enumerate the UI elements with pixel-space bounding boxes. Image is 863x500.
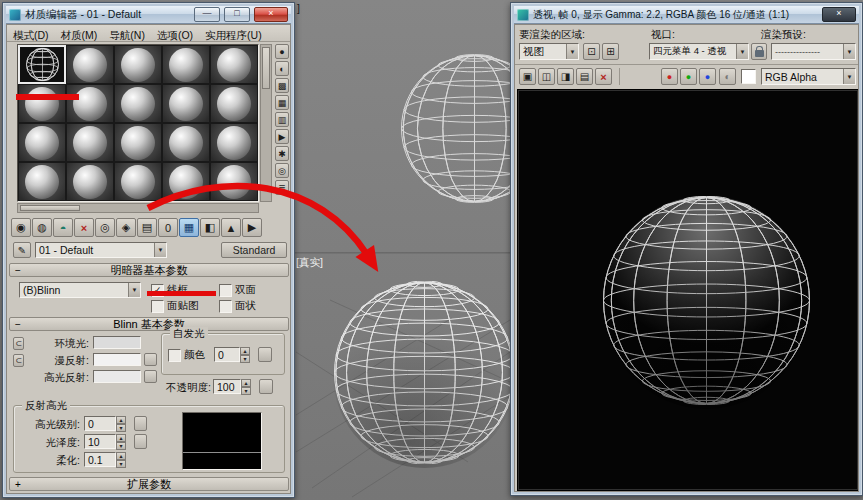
rendered-image-canvas[interactable] — [517, 89, 859, 491]
menu-options[interactable]: 选项(O) — [151, 28, 199, 44]
material-id-channel-button[interactable]: 0 — [158, 218, 178, 237]
select-by-material-button[interactable]: ◎ — [275, 163, 289, 178]
slots-vertical-scrollbar[interactable] — [260, 44, 272, 202]
diffuse-map-button[interactable] — [144, 353, 157, 366]
make-material-copy-button[interactable]: ◎ — [95, 218, 115, 237]
self-illum-map-button[interactable] — [258, 347, 272, 362]
spin-down-icon[interactable]: ▾ — [116, 442, 126, 450]
copy-image-button[interactable]: ◫ — [538, 68, 555, 85]
face-map-checkbox[interactable]: 面贴图 — [151, 299, 199, 313]
background-color-swatch[interactable] — [741, 69, 756, 84]
go-to-parent-button[interactable]: ▲ — [221, 218, 241, 237]
material-slot-20[interactable] — [210, 162, 258, 201]
material-slot-16[interactable] — [18, 162, 66, 201]
material-slot-12[interactable] — [66, 123, 114, 162]
specular-level-spinner[interactable]: ▴ ▾ — [116, 416, 126, 432]
material-slot-17[interactable] — [66, 162, 114, 201]
glossiness-map-button[interactable] — [134, 434, 147, 449]
minimize-button[interactable]: — — [194, 7, 220, 22]
self-illum-spinner[interactable]: ▴ ▾ — [240, 347, 250, 363]
material-slot-13[interactable] — [114, 123, 162, 162]
rollout-extended[interactable]: + 扩展参数 — [9, 477, 289, 491]
show-shaded-material-in-viewport-button[interactable]: ▦ — [179, 218, 199, 237]
render-window-titlebar[interactable]: 透视, 帧 0, 显示 Gamma: 2.2, RGBA 颜色 16 位/通道 … — [514, 6, 859, 24]
make-preview-button[interactable]: ▶ — [275, 129, 289, 144]
edit-region-button[interactable]: ⊡ — [583, 43, 600, 60]
backlight-button[interactable]: ◐ — [275, 61, 289, 76]
opacity-spinner[interactable]: ▴ ▾ — [241, 379, 251, 395]
material-slot-11[interactable] — [18, 123, 66, 162]
spin-up-icon[interactable]: ▴ — [116, 434, 126, 442]
background-button[interactable]: ▩ — [275, 78, 289, 93]
spin-down-icon[interactable]: ▾ — [116, 460, 126, 468]
assign-material-to-selection-button[interactable]: ◓ — [53, 218, 73, 237]
opacity-map-button[interactable] — [259, 379, 273, 394]
material-name-dropdown[interactable]: 01 - Default ▼ — [35, 242, 167, 258]
spin-up-icon[interactable]: ▴ — [116, 452, 126, 460]
soften-field[interactable]: 0.1 — [84, 452, 116, 467]
close-button[interactable]: × — [254, 7, 288, 22]
scrollbar-thumb[interactable] — [262, 47, 270, 89]
slots-horizontal-scrollbar[interactable] — [17, 203, 259, 213]
red-channel-button[interactable]: ● — [661, 68, 678, 85]
put-to-library-button[interactable]: ▤ — [137, 218, 157, 237]
material-slot-10[interactable] — [210, 84, 258, 123]
video-color-check-button[interactable]: ▥ — [275, 112, 289, 127]
viewport-sphere-main[interactable] — [333, 281, 516, 468]
spin-down-icon[interactable]: ▾ — [241, 387, 251, 395]
pick-material-button[interactable]: ✎ — [13, 242, 31, 258]
menu-navigation[interactable]: 导航(N) — [103, 28, 151, 44]
material-slot-15[interactable] — [210, 123, 258, 162]
clear-button[interactable]: × — [595, 68, 612, 85]
maximize-button[interactable]: □ — [224, 7, 250, 22]
make-unique-button[interactable]: ◈ — [116, 218, 136, 237]
menu-material[interactable]: 材质(M) — [55, 28, 104, 44]
material-type-button[interactable]: Standard — [221, 242, 287, 258]
save-image-button[interactable]: ▣ — [519, 68, 536, 85]
spin-down-icon[interactable]: ▾ — [240, 355, 250, 363]
material-slot-19[interactable] — [162, 162, 210, 201]
green-channel-button[interactable]: ● — [680, 68, 697, 85]
spin-up-icon[interactable]: ▴ — [240, 347, 250, 355]
reset-map-button[interactable]: × — [74, 218, 94, 237]
glossiness-field[interactable]: 10 — [84, 434, 116, 449]
ambient-diffuse-lock-button[interactable]: ⊂ — [13, 337, 24, 350]
material-slot-6[interactable] — [18, 84, 66, 123]
material-slot-2[interactable] — [66, 45, 114, 84]
specular-level-map-button[interactable] — [134, 416, 147, 431]
self-illum-color-checkbox[interactable]: 颜色 — [168, 348, 205, 362]
material-map-navigator-button[interactable]: ≣ — [275, 180, 289, 195]
auto-region-button[interactable]: ⊞ — [602, 43, 619, 60]
alpha-channel-button[interactable]: ◐ — [719, 68, 736, 85]
spin-up-icon[interactable]: ▴ — [241, 379, 251, 387]
material-slot-4[interactable] — [162, 45, 210, 84]
clone-render-frame-button[interactable]: ◨ — [557, 68, 574, 85]
shader-type-dropdown[interactable]: (B)Blinn ▼ — [19, 282, 141, 298]
render-area-dropdown[interactable]: 视图 ▼ — [519, 43, 579, 60]
print-image-button[interactable]: ▤ — [576, 68, 593, 85]
wire-checkbox[interactable]: ✓ 线框 — [151, 283, 188, 297]
get-material-button[interactable]: ◉ — [11, 218, 31, 237]
faceted-checkbox[interactable]: 面状 — [219, 299, 256, 313]
material-slot-3[interactable] — [114, 45, 162, 84]
menu-mode[interactable]: 模式(D) — [7, 28, 55, 44]
material-editor-titlebar[interactable]: 材质编辑器 - 01 - Default — □ × — [6, 6, 291, 24]
diffuse-specular-lock-button[interactable]: ⊂ — [13, 354, 24, 367]
viewport-dropdown[interactable]: 四元菜单 4 - 透视 ▼ — [649, 43, 749, 60]
blue-channel-button[interactable]: ● — [699, 68, 716, 85]
render-preset-dropdown[interactable]: --------------- ▼ — [771, 43, 856, 60]
material-slot-8[interactable] — [114, 84, 162, 123]
specular-level-field[interactable]: 0 — [84, 416, 116, 431]
diffuse-color-swatch[interactable] — [93, 353, 141, 366]
opacity-value-field[interactable]: 100 — [213, 379, 241, 394]
scrollbar-thumb[interactable] — [20, 205, 80, 211]
material-slot-1[interactable] — [18, 45, 66, 84]
sample-type-button[interactable]: ● — [275, 44, 289, 59]
go-forward-to-sibling-button[interactable]: ▶ — [242, 218, 262, 237]
soften-spinner[interactable]: ▴ ▾ — [116, 452, 126, 468]
ambient-color-swatch[interactable] — [93, 336, 141, 349]
rollout-shader-basic[interactable]: − 明暗器基本参数 — [9, 263, 289, 277]
menu-utilities[interactable]: 实用程序(U) — [199, 28, 268, 44]
rollout-blinn-basic[interactable]: − Blinn 基本参数 — [9, 317, 289, 331]
glossiness-spinner[interactable]: ▴ ▾ — [116, 434, 126, 450]
